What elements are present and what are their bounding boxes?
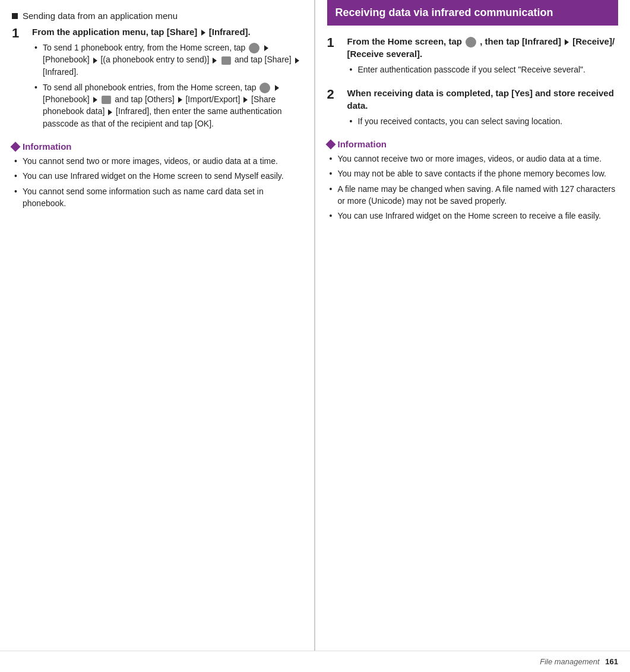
footer-section-label: File management <box>540 657 599 666</box>
arrow-icon-10 <box>108 109 112 115</box>
right-step1-bullet1: Enter authentication passcode if you sel… <box>350 64 619 75</box>
right-info-header: Information <box>327 139 619 149</box>
right-info-header-text: Information <box>338 139 387 149</box>
phone-icon-2 <box>259 83 270 93</box>
phone-icon-3 <box>466 37 476 48</box>
diamond-icon-right <box>325 139 335 149</box>
right-column: Receiving data via infrared communicatio… <box>315 0 631 651</box>
diamond-icon-left <box>11 141 21 152</box>
right-step1-number: 1 <box>327 35 343 51</box>
left-info-bullet1: You cannot send two or more images, vide… <box>14 155 302 167</box>
right-info-bullets: You cannot receive two or more images, v… <box>327 153 619 222</box>
left-step1-content: From the application menu, tap [Share] [… <box>32 26 302 133</box>
right-step1-bullets: Enter authentication passcode if you sel… <box>347 64 619 75</box>
arrow-icon-8 <box>178 97 182 103</box>
left-info-header: Information <box>12 141 302 152</box>
left-step1-title: From the application menu, tap [Share] [… <box>32 26 302 38</box>
right-info-bullet4: You can use Infrared widget on the Home … <box>330 210 619 222</box>
left-info-section: Information You cannot send two or more … <box>12 141 302 209</box>
left-info-header-text: Information <box>23 141 72 152</box>
right-step1-title: From the Home screen, tap , then tap [In… <box>347 35 619 60</box>
arrow-icon-4 <box>213 58 217 64</box>
right-info-bullet3: A file name may be changed when saving. … <box>330 183 619 207</box>
left-step1-bullet1: To send 1 phonebook entry, from the Home… <box>34 42 302 78</box>
right-step2-number: 2 <box>327 87 343 102</box>
arrow-icon-5 <box>295 58 299 64</box>
footer-page-number: 161 <box>605 657 618 666</box>
black-square-icon <box>12 13 18 19</box>
left-step1: 1 From the application menu, tap [Share]… <box>12 26 302 133</box>
arrow-icon-2 <box>264 45 268 51</box>
right-step2-bullet1: If you received contacts, you can select… <box>350 115 619 127</box>
arrow-icon <box>201 30 205 36</box>
right-step2-content: When receiving data is completed, tap [Y… <box>347 87 619 131</box>
arrow-icon-11 <box>565 39 569 45</box>
intro-bullet-block: Sending data from an application menu <box>12 11 302 21</box>
right-step2: 2 When receiving data is completed, tap … <box>327 87 619 131</box>
left-info-bullet3: You cannot send some information such as… <box>14 185 302 210</box>
arrow-icon-3 <box>93 58 97 64</box>
menu-icon-2 <box>102 96 111 104</box>
arrow-icon-7 <box>93 97 97 103</box>
left-column: Sending data from an application menu 1 … <box>0 0 315 651</box>
menu-icon-1 <box>221 56 231 65</box>
right-step1-content: From the Home screen, tap , then tap [In… <box>347 35 619 79</box>
left-info-bullet2: You can use Infrared widget on the Home … <box>14 170 302 182</box>
left-step1-number: 1 <box>12 26 27 41</box>
arrow-icon-9 <box>243 97 248 103</box>
left-info-bullets: You cannot send two or more images, vide… <box>12 155 302 209</box>
page-footer: File management 161 <box>0 651 630 672</box>
left-step1-bullet2: To send all phonebook entries, from the … <box>34 81 302 130</box>
right-info-bullet2: You may not be able to save contacts if … <box>330 168 619 179</box>
right-info-bullet1: You cannot receive two or more images, v… <box>330 153 619 165</box>
right-step2-title: When receiving data is completed, tap [Y… <box>347 87 619 112</box>
left-step1-bullets: To send 1 phonebook entry, from the Home… <box>32 42 302 130</box>
intro-bullet-text: Sending data from an application menu <box>23 11 178 21</box>
arrow-icon-6 <box>275 85 279 91</box>
right-step2-bullets: If you received contacts, you can select… <box>347 115 619 127</box>
phone-icon-1 <box>249 43 259 53</box>
right-step1: 1 From the Home screen, tap , then tap [… <box>327 35 619 79</box>
right-info-section: Information You cannot receive two or mo… <box>327 139 619 222</box>
right-section-header: Receiving data via infrared communicatio… <box>327 0 619 26</box>
